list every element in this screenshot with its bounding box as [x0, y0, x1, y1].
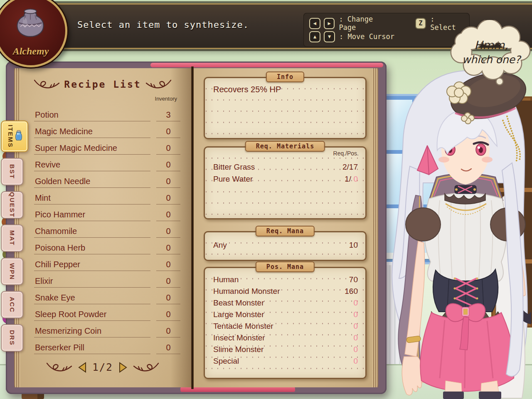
category-tab[interactable]: DRS [1, 324, 23, 352]
category-tab[interactable]: WPN [1, 258, 23, 285]
recipe-list-item[interactable]: Revive 0 [34, 155, 180, 171]
recipe-rows: Potion 3 Magic Medicine 0 [34, 105, 180, 354]
category-tab[interactable]: BST [1, 158, 23, 185]
change-page-label: : Change Page [339, 15, 393, 32]
next-page-button[interactable] [119, 362, 127, 373]
prev-page-button[interactable] [78, 362, 86, 373]
up-arrow-key-icon: ▲ [309, 31, 320, 42]
mana-value: 10 [349, 241, 358, 250]
material-row: Bitter Grass 2/17 [213, 161, 358, 173]
recipe-list-item[interactable]: Chili Pepper 0 [34, 254, 180, 271]
recipe-name: Golden Needle [34, 177, 150, 188]
recipe-list-item[interactable]: Poisona Herb 0 [34, 238, 180, 254]
recipe-name: Pico Hammer [34, 210, 150, 221]
category-tab[interactable]: ITEMS [1, 121, 28, 152]
recipe-list-item[interactable]: Snake Eye 0 [34, 288, 180, 304]
mana-row: Insect Monster 0 [213, 332, 358, 344]
category-tab[interactable]: ACC [1, 291, 23, 318]
recipe-list-item[interactable]: Sleep Root Powder 0 [34, 304, 180, 321]
mana-type: Human [213, 275, 239, 284]
possessed-mana-title: Pos. Mana [256, 261, 315, 272]
recipe-name: Sleep Root Powder [34, 310, 150, 321]
material-row: Pure Water 1/ 0 [213, 173, 358, 185]
down-arrow-key-icon: ▼ [324, 31, 335, 42]
required-materials-panel: Req. Materials Req./Pos. Bitter Grass 2/… [204, 146, 367, 219]
tab-label: MAT [9, 230, 16, 246]
tab-label: ITEMS [7, 125, 14, 148]
recipe-name: Berserker Pill [34, 343, 150, 354]
recipe-list-item[interactable]: Potion 3 [34, 105, 180, 121]
recipe-name: Elixir [34, 276, 150, 288]
required-materials-title: Req. Materials [245, 141, 325, 152]
mana-value: 0 [353, 345, 358, 354]
mana-type: Special [213, 357, 239, 366]
material-rows: Bitter Grass 2/17 Pure Water 1/ 0 [213, 161, 358, 185]
flourish-left-icon [46, 362, 72, 373]
key-hint-row: ▲ ▼ : Move Cursor [309, 30, 464, 43]
alchemy-badge: Alchemy [0, 0, 67, 67]
bubble-text-line2: which one? [462, 54, 522, 66]
mana-row: Special 0 [213, 355, 358, 367]
recipe-list-header: Recipe List [14, 79, 191, 90]
recipe-list-item[interactable]: Pico Hammer 0 [34, 204, 180, 221]
mana-value: 70 [349, 275, 358, 284]
alchemy-pot-icon [11, 3, 49, 41]
mana-type: Humanoid Monster [213, 287, 280, 296]
mana-row: Large Monster 0 [213, 309, 358, 320]
mana-value: 160 [345, 287, 358, 296]
recipe-list-item[interactable]: Elixir 0 [34, 271, 180, 288]
mana-value: 0 [353, 333, 358, 342]
recipe-list-item[interactable]: Golden Needle 0 [34, 171, 180, 188]
recipe-detail-page: Info Recovers 25% HP Req. Materials Req.… [194, 68, 378, 387]
recipe-list-page: Recipe List Inventory Potion 3 [14, 68, 191, 387]
thought-bubble: Hmm, which one? [450, 20, 532, 86]
possessed-mana-panel: Pos. Mana Human 70 Humanoid Monster 160 [204, 267, 367, 379]
mana-value: 0 [353, 298, 358, 308]
flourish-right-icon [133, 362, 160, 373]
right-arrow-key-icon: ▶ [324, 18, 335, 29]
category-tab[interactable]: QUEST [1, 191, 23, 219]
recipe-name: Revive [34, 160, 150, 171]
recipe-list-item[interactable]: Mesmerizing Coin 0 [34, 321, 180, 337]
book-spine-bottom [180, 387, 295, 392]
info-panel: Info Recovers 25% HP [204, 77, 367, 139]
recipe-name: Chili Pepper [34, 260, 150, 271]
recipe-name: Mint [34, 193, 150, 204]
key-hint-panel: ◀ ▶ : Change Page Z : Select ▲ ▼ : Move … [303, 13, 470, 47]
recipe-list-item[interactable]: Mint 0 [34, 188, 180, 204]
recipe-name: Super Magic Medicine [34, 143, 150, 155]
recipe-list-item[interactable]: Magic Medicine 0 [34, 121, 180, 138]
mana-value: 0 [353, 322, 358, 331]
tab-label: QUEST [9, 192, 16, 218]
material-req-pos: 1/ 0 [345, 175, 358, 184]
mana-type: Tentacle Monster [213, 322, 273, 331]
recipe-name: Potion [34, 110, 150, 121]
mana-row: Tentacle Monster 0 [213, 320, 358, 332]
recipe-list-item[interactable]: Super Magic Medicine 0 [34, 138, 180, 155]
potion-jar-icon [15, 130, 22, 143]
recipe-name: Magic Medicine [34, 127, 150, 138]
flourish-left-icon [33, 79, 60, 90]
recipe-book: Recipe List Inventory Potion 3 [6, 62, 387, 394]
move-cursor-label: : Move Cursor [339, 32, 394, 41]
mana-type: Insect Monster [213, 333, 265, 342]
mana-type: Any [213, 241, 227, 250]
tab-label: WPN [9, 263, 16, 280]
material-req-pos: 2/17 [342, 163, 358, 172]
tab-label: DRS [9, 330, 16, 346]
book-spine-top [150, 63, 383, 67]
recipe-name: Poisona Herb [34, 243, 150, 254]
recipe-name: Mesmerizing Coin [34, 326, 150, 337]
req-pos-column-header: Req./Pos. [333, 150, 359, 157]
material-name: Pure Water [213, 175, 253, 184]
recipe-list-item[interactable]: Berserker Pill 0 [34, 337, 180, 354]
category-tab[interactable]: MAT [1, 224, 23, 252]
mana-value: 0 [353, 310, 358, 319]
recipe-list-item[interactable]: Chamomile 0 [34, 221, 180, 238]
mana-type: Slime Monster [213, 345, 264, 354]
mana-row: Human 70 [213, 274, 358, 286]
info-text: Recovers 25% HP [213, 85, 281, 94]
key-hint-row: ◀ ▶ : Change Page Z : Select [309, 17, 464, 30]
alchemy-screen: Recipe List Inventory Potion 3 [0, 0, 532, 399]
mana-row: Humanoid Monster 160 [213, 286, 358, 297]
